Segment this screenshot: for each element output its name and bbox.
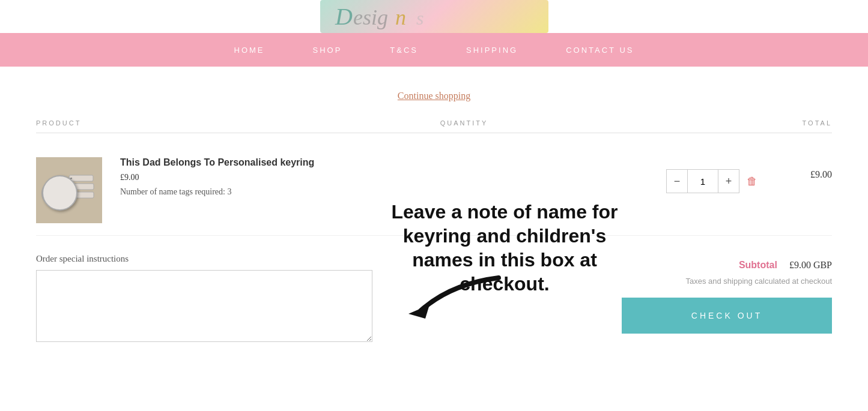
svg-point-17	[64, 194, 68, 198]
continue-shopping-row: Continue shopping	[36, 67, 832, 113]
logo: D esig n s	[320, 0, 548, 33]
svg-text:s: s	[416, 7, 423, 29]
quantity-col: − 1 + 🗑	[652, 169, 772, 193]
subtotal-row: Subtotal £9.00 GBP	[739, 260, 832, 271]
logo-area: D esig n s	[0, 0, 868, 33]
bottom-section: Order special instructions Leave a note …	[36, 236, 832, 362]
svg-text:n: n	[395, 5, 406, 29]
nav-contact[interactable]: CONTACT US	[566, 46, 634, 55]
svg-text:★: ★	[47, 183, 51, 188]
quantity-increase-button[interactable]: +	[718, 169, 739, 193]
item-total: £9.00	[772, 169, 832, 180]
svg-rect-14	[69, 175, 93, 181]
product-image-svg: This Dad belongs to ★ ★	[36, 157, 102, 223]
checkout-col: Subtotal £9.00 GBP Taxes and shipping ca…	[396, 254, 832, 344]
cart-header: PRODUCT QUANTITY TOTAL	[36, 113, 832, 133]
nav-shipping[interactable]: SHIPPING	[466, 46, 518, 55]
svg-rect-5	[36, 157, 102, 223]
subtotal-label: Subtotal	[739, 260, 777, 271]
checkout-button[interactable]: CHECK OUT	[622, 298, 832, 334]
svg-text:to: to	[53, 202, 57, 205]
svg-text:D: D	[335, 3, 353, 30]
navbar: HOME SHOP T&CS SHIPPING CONTACT US	[0, 33, 868, 67]
nav-home[interactable]: HOME	[234, 46, 265, 55]
delete-item-button[interactable]: 🗑	[747, 175, 757, 188]
header-quantity: QUANTITY	[404, 119, 524, 127]
instructions-label: Order special instructions	[36, 254, 372, 264]
main-content: Continue shopping PRODUCT QUANTITY TOTAL…	[0, 67, 868, 362]
subtotal-value: £9.00 GBP	[789, 260, 832, 271]
quantity-display: 1	[688, 169, 718, 193]
svg-text:Dad: Dad	[52, 192, 59, 196]
quantity-decrease-button[interactable]: −	[666, 169, 688, 193]
svg-text:★: ★	[60, 184, 63, 188]
svg-rect-16	[72, 192, 94, 198]
nav-tcs[interactable]: T&CS	[390, 46, 418, 55]
product-name: This Dad Belongs To Personalised keyring	[120, 157, 652, 168]
header-product: PRODUCT	[36, 119, 156, 127]
product-price: £9.00	[120, 173, 652, 182]
instructions-textarea[interactable]	[36, 270, 372, 342]
product-image: This Dad belongs to ★ ★	[36, 157, 102, 223]
svg-text:esig: esig	[353, 5, 388, 29]
svg-point-7	[44, 182, 66, 204]
taxes-note: Taxes and shipping calculated at checkou…	[685, 277, 832, 286]
header-total: TOTAL	[772, 119, 832, 127]
instructions-col: Order special instructions	[36, 254, 372, 344]
svg-rect-15	[71, 184, 94, 190]
cart-row: This Dad belongs to ★ ★ This Dad Belongs…	[36, 145, 832, 236]
svg-point-6	[42, 180, 68, 206]
continue-shopping-link[interactable]: Continue shopping	[398, 91, 470, 101]
logo-svg: D esig n s	[329, 2, 539, 32]
product-variant: Number of name tags required: 3	[120, 187, 652, 197]
svg-text:belongs: belongs	[48, 197, 63, 202]
nav-shop[interactable]: SHOP	[313, 46, 342, 55]
svg-text:This: This	[51, 187, 59, 191]
product-details: This Dad Belongs To Personalised keyring…	[102, 157, 652, 197]
